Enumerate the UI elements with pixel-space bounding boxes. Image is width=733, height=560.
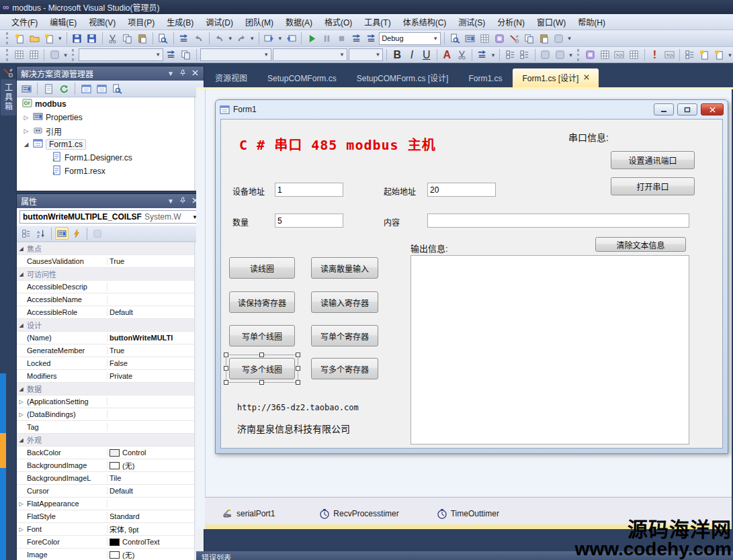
properties-titlebar[interactable]: 属性 ▼ [17, 194, 204, 208]
tray-recvprocesstimer[interactable]: RecvProcesstimer [314, 506, 404, 521]
add-item-icon[interactable] [42, 32, 56, 45]
tab-close-icon[interactable] [584, 74, 589, 81]
property-row[interactable]: BackgroundImage(无) [17, 459, 204, 472]
extension-manager-icon[interactable] [522, 32, 535, 45]
step-over-icon[interactable] [364, 32, 378, 45]
tree-node-references[interactable]: ▷ 引用 [17, 124, 204, 138]
menu-edit[interactable]: 编辑(E) [44, 14, 83, 30]
navigate-backward-icon[interactable] [263, 32, 276, 45]
form1-titlebar[interactable]: Form1 [216, 100, 728, 119]
quantity-input[interactable] [275, 214, 343, 228]
toolbar2-overflow-icon[interactable]: ▾ [62, 52, 69, 58]
align-icon[interactable] [476, 48, 489, 62]
property-row[interactable]: BackgroundImageLTile [17, 472, 204, 485]
categorized-icon[interactable] [19, 227, 33, 240]
menu-format[interactable]: 格式(O) [318, 14, 358, 30]
property-category[interactable]: ◢焦点 [17, 242, 204, 255]
setup-com-port-button[interactable]: 设置通讯端口 [611, 151, 695, 169]
property-row[interactable]: ForeColorControlText [17, 536, 204, 549]
object-selector-combo[interactable]: buttonWriteMULTIPLE_COILSF System.W ▼ [19, 210, 201, 224]
window-position-icon[interactable]: ▼ [166, 197, 175, 205]
new-project-icon[interactable] [13, 32, 26, 45]
tray-serialport1[interactable]: serialPort1 [217, 506, 280, 521]
group-icon[interactable] [683, 48, 697, 62]
read-coils-button[interactable]: 读线圈 [229, 257, 295, 279]
error-list-icon[interactable] [537, 32, 550, 45]
write-single-register-button[interactable]: 写单个寄存器 [311, 325, 378, 346]
property-row[interactable]: ▷FlatAppearance [17, 498, 204, 510]
query-icon[interactable] [628, 48, 641, 62]
toolbar-grip[interactable] [6, 32, 9, 44]
property-row[interactable]: AccessibleRoleDefault [17, 306, 204, 319]
sql-database-icon[interactable] [662, 48, 676, 62]
menu-debug[interactable]: 调试(D) [200, 14, 239, 30]
menu-help[interactable]: 帮助(H) [572, 14, 611, 30]
menu-analyze[interactable]: 分析(N) [491, 14, 531, 30]
menu-data[interactable]: 数据(A) [279, 14, 318, 30]
tree-node-form1-resx[interactable]: Form1.resx [17, 165, 204, 178]
expander-expanded-icon[interactable]: ◢ [22, 141, 30, 148]
device-address-input[interactable] [275, 183, 343, 197]
toolbar-grip4[interactable] [577, 49, 580, 61]
toolbox-icon[interactable] [507, 32, 521, 45]
font-size-combo[interactable]: ▼ [349, 48, 383, 61]
clear-text-button[interactable]: 清除文本信息 [595, 237, 686, 252]
uncomment-icon[interactable] [192, 32, 206, 45]
output-textbox[interactable] [411, 255, 689, 445]
property-category[interactable]: ◢可访问性 [17, 268, 204, 281]
pin-icon[interactable] [178, 69, 187, 78]
property-row[interactable]: ▷Font宋体, 9pt [17, 523, 204, 536]
run-query-icon[interactable]: ! [648, 48, 662, 62]
style-combo[interactable]: ▼ [79, 48, 163, 61]
underline-icon[interactable]: U [420, 48, 433, 62]
font-name-combo[interactable]: ▼ [273, 48, 347, 61]
menu-architecture[interactable]: 体系结构(C) [397, 14, 453, 30]
read-discrete-inputs-button[interactable]: 读离散量输入 [311, 257, 378, 279]
menu-test[interactable]: 测试(S) [452, 14, 491, 30]
paste-icon[interactable] [136, 32, 149, 45]
write-multiple-coils-button-selected[interactable]: 写多个线圈 [229, 358, 295, 379]
view-designer-icon[interactable] [95, 82, 108, 95]
read-input-registers-button[interactable]: 读输入寄存器 [311, 291, 378, 313]
menu-window[interactable]: 窗口(W) [531, 14, 572, 30]
menu-project[interactable]: 项目(P) [122, 14, 161, 30]
align-dropdown-arrow[interactable]: ▾ [490, 52, 497, 58]
menu-view[interactable]: 视图(V) [83, 14, 122, 30]
navigate-forward-icon[interactable] [284, 32, 298, 45]
save-all-icon[interactable] [85, 32, 99, 45]
redo-dropdown-arrow[interactable]: ▾ [249, 35, 255, 42]
property-row[interactable]: CursorDefault [17, 485, 204, 498]
property-row[interactable]: Image(无) [17, 549, 204, 560]
sql-icon[interactable] [613, 48, 626, 62]
form-minimize-button[interactable] [654, 103, 674, 115]
solution-explorer-icon[interactable] [478, 32, 491, 45]
tab-form1-cs[interactable]: Form1.cs [459, 71, 511, 87]
selection-handle[interactable] [296, 380, 300, 385]
alphabetical-icon[interactable] [34, 227, 48, 240]
property-category[interactable]: ◢数据 [17, 383, 204, 395]
highlight-color-icon[interactable] [455, 48, 468, 62]
bullet-list-icon[interactable] [503, 48, 517, 62]
target-schema-combo[interactable]: ▼ [200, 48, 272, 61]
window-position-icon[interactable]: ▼ [166, 70, 175, 77]
selection-handle[interactable] [224, 353, 228, 357]
redo-icon[interactable] [234, 32, 248, 45]
pause-icon[interactable] [320, 32, 333, 45]
refresh-icon[interactable] [57, 82, 71, 95]
content-input[interactable] [427, 214, 689, 228]
bold-icon[interactable]: B [390, 48, 404, 62]
property-row[interactable]: ModifiersPrivate [17, 370, 204, 383]
stop-icon[interactable] [335, 32, 348, 45]
property-row[interactable]: (Name)buttonWriteMULTI [17, 332, 204, 344]
comment-icon[interactable] [177, 32, 191, 45]
new-query-icon[interactable] [698, 48, 712, 62]
toolbar-grip3[interactable] [72, 49, 75, 61]
property-pages-icon[interactable] [91, 227, 104, 240]
tab-setupcomform-design[interactable]: SetupCOMForm.cs [设计] [347, 68, 458, 87]
tree-node-form1cs[interactable]: ◢ Form1.cs [17, 138, 204, 151]
step-into-icon[interactable] [349, 32, 363, 45]
selection-handle[interactable] [224, 380, 228, 385]
tree-node-form1-designer[interactable]: Form1.Designer.cs [17, 151, 204, 165]
start-address-input[interactable] [427, 183, 496, 197]
toolbox-dock-tab[interactable]: 工具箱 [0, 67, 16, 115]
